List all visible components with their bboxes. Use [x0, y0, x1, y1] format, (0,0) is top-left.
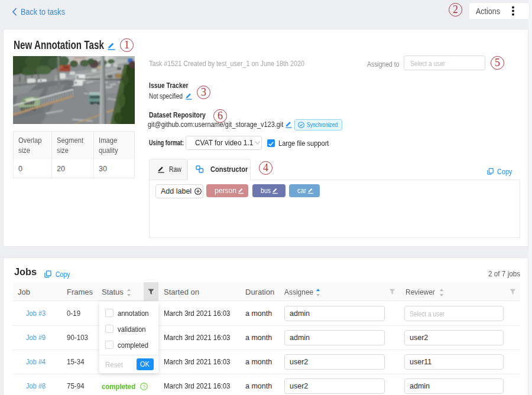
svg-text:?: ?: [142, 384, 145, 390]
